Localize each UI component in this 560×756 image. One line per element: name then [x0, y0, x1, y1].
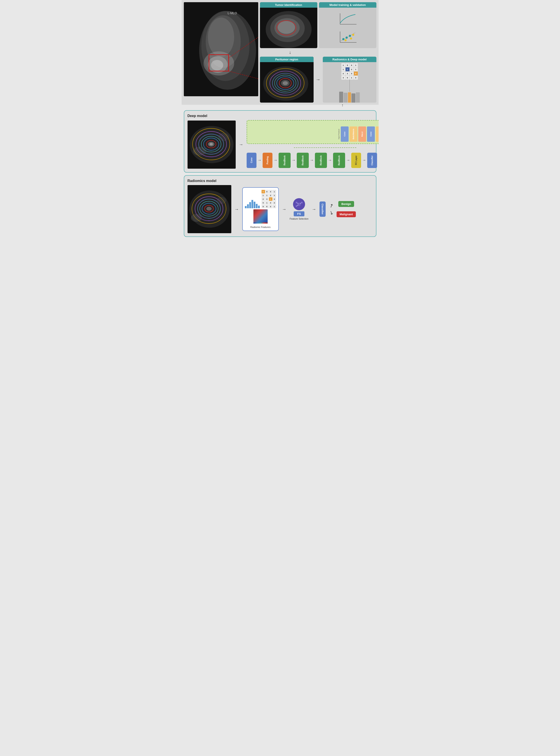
- svg-point-16: [278, 21, 295, 34]
- svg-point-29: [350, 37, 352, 40]
- radiomic-features-box: 4 5 0 1 1 1 2 1 2 3 1 3 5 1 0 3 5: [242, 187, 279, 231]
- feature-matrix: 4 5 0 1 1 1 2 1 2 3 1 3 5 1 0 3 5: [261, 190, 276, 208]
- svg-point-4: [208, 18, 234, 57]
- fs-description: Feature Selection: [290, 218, 308, 220]
- model-training-panel: Model training & validation: [319, 2, 376, 48]
- svg-point-26: [345, 37, 348, 39]
- features-label: Radiomic Features: [251, 226, 271, 228]
- svg-point-40: [282, 81, 288, 85]
- radiomics-output-section: Benign Malignant: [337, 201, 356, 217]
- pipeline-conv: Conv: [247, 153, 257, 168]
- pipeline-pooling: Pooling: [263, 153, 273, 168]
- mammogram-main-image: L-MLO: [184, 2, 258, 96]
- pipeline-classifier: Classifier: [367, 153, 377, 168]
- radiomics-grid: 1501 1121 2335 3013: [341, 63, 358, 80]
- svg-point-52: [218, 133, 229, 141]
- deep-model-title: Deep model: [187, 114, 373, 118]
- svg-point-50: [209, 143, 213, 145]
- svg-point-51: [193, 147, 206, 156]
- rb-relu1: ReLU: [358, 126, 366, 142]
- pipeline-fc: FC Layer: [351, 153, 361, 168]
- deep-model-section: Deep model →: [184, 110, 376, 172]
- radiomics-classifier: Classifier: [320, 202, 326, 217]
- arrow-to-pipeline: →: [239, 142, 243, 147]
- fs-icon: [293, 198, 305, 210]
- arrow-to-classifier: →: [312, 207, 316, 212]
- pipeline-resblock4: ResBlock: [333, 153, 345, 168]
- svg-point-63: [217, 197, 226, 204]
- radiomics-benign: Benign: [338, 201, 354, 207]
- pipeline-resblock3: ResBlock: [315, 153, 327, 168]
- top-section: L-MLO Tumor Identification: [182, 0, 379, 105]
- tumor-panel-header: Tumor Identification: [260, 2, 317, 8]
- main-pipeline: Conv → Pooling → ResBlock → ResBlock → R…: [247, 151, 379, 169]
- rb-batchnorm1: BatchNorm: [349, 126, 357, 142]
- rb-conv: Conv: [341, 126, 348, 142]
- fs-label: FS: [294, 211, 304, 216]
- svg-point-67: [296, 205, 297, 207]
- svg-point-25: [342, 38, 344, 40]
- radiomics-model-image: [187, 185, 231, 233]
- training-panel-header: Model training & validation: [319, 2, 376, 8]
- rb-batchnorm2: BatchNorm: [376, 126, 378, 142]
- svg-point-65: [296, 202, 297, 203]
- svg-point-64: [297, 203, 301, 206]
- radiomics-malignant: Malignant: [337, 211, 356, 217]
- top-right-panels: Tumor Identification Model training & v: [260, 2, 376, 103]
- arrow-to-fs: →: [282, 207, 286, 212]
- rb-conv2: Conv: [367, 126, 375, 142]
- radiomics-model-section: Radiomics model →: [184, 175, 376, 237]
- pipeline-resblock1: ResBlock: [279, 153, 291, 168]
- deep-layers: [339, 91, 360, 103]
- feature-histogram: [245, 200, 260, 208]
- radiomics-deep-panel: Radiomics & Deep model 1501 1121 2335 30…: [323, 57, 376, 103]
- svg-point-27: [349, 35, 351, 37]
- svg-text:L-MLO: L-MLO: [227, 12, 237, 15]
- radiomics-model-title: Radiomics model: [187, 179, 373, 183]
- peritumor-panel: Peritumor region: [260, 57, 314, 103]
- resblock-diagram: ResBlock Input Feature Conv BatchNorm Re…: [247, 120, 379, 144]
- deep-model-image: [187, 121, 236, 169]
- svg-point-62: [191, 214, 202, 222]
- svg-point-61: [206, 207, 212, 211]
- peritumor-panel-header: Peritumor region: [260, 57, 314, 62]
- tumor-identification-panel: Tumor Identification: [260, 2, 317, 48]
- svg-point-7: [211, 60, 223, 70]
- svg-point-30: [352, 34, 354, 36]
- heatmap: [254, 209, 268, 224]
- deep-model-pipeline: ResBlock Input Feature Conv BatchNorm Re…: [247, 120, 379, 169]
- svg-point-66: [301, 202, 303, 203]
- radiomics-deep-header: Radiomics & Deep model: [323, 57, 376, 62]
- arrow-to-features: →: [235, 207, 239, 212]
- pipeline-resblock2: ResBlock: [297, 153, 309, 168]
- svg-point-28: [344, 39, 347, 41]
